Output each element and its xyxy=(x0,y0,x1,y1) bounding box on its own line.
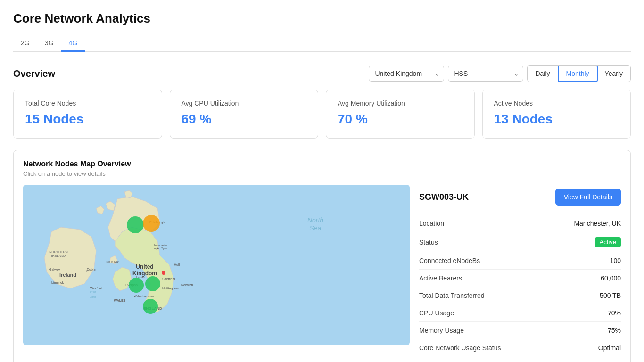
details-header: SGW003-UK View Full Details xyxy=(419,189,621,206)
svg-text:upon Tyne: upon Tyne xyxy=(154,247,168,250)
map-node-green-2[interactable] xyxy=(129,278,144,293)
detail-val-location: Manchester, UK xyxy=(574,220,621,227)
detail-key-bearers: Active Bearers xyxy=(419,274,462,282)
detail-key-cpu: CPU Usage xyxy=(419,309,454,317)
svg-text:Hull: Hull xyxy=(174,263,180,266)
svg-point-5 xyxy=(86,271,88,272)
monthly-button[interactable]: Monthly xyxy=(558,65,598,82)
node-id: SGW003-UK xyxy=(419,192,469,202)
detail-row-cpu: CPU Usage 70% xyxy=(419,304,621,322)
metric-cpu-value: 69 % xyxy=(182,112,307,127)
details-panel: SGW003-UK View Full Details Location Man… xyxy=(419,185,621,360)
map-container[interactable]: NORTHERN IRELAND Ireland Dublin Galway L… xyxy=(23,185,410,345)
status-badge: Active xyxy=(595,237,621,247)
metric-memory: Avg Memory Utilization 70 % xyxy=(326,90,475,139)
tab-3g[interactable]: 3G xyxy=(37,35,61,52)
svg-text:Sheffield: Sheffield xyxy=(162,277,175,280)
overview-controls: United Kingdom Germany France USA HSS MM… xyxy=(369,65,631,82)
service-select-wrapper: HSS MME SGW PGW xyxy=(448,66,523,82)
svg-text:United: United xyxy=(136,263,153,270)
detail-val-bearers: 60,000 xyxy=(601,274,621,282)
yearly-button[interactable]: Yearly xyxy=(597,66,630,82)
map-svg: NORTHERN IRELAND Ireland Dublin Galway L… xyxy=(23,185,410,345)
svg-text:Sea: Sea xyxy=(90,295,96,298)
daily-button[interactable]: Daily xyxy=(528,66,558,82)
page-title: Core Network Analytics xyxy=(13,11,631,26)
map-section-title: Network Nodes Map Overview xyxy=(23,160,621,168)
view-full-details-button[interactable]: View Full Details xyxy=(555,189,621,206)
metric-active-nodes: Active Nodes 13 Nodes xyxy=(482,90,631,139)
svg-text:Ireland: Ireland xyxy=(59,272,76,278)
country-select-wrapper: United Kingdom Germany France USA xyxy=(369,66,444,82)
metric-active-nodes-label: Active Nodes xyxy=(494,99,619,107)
map-node-green-3[interactable] xyxy=(145,276,160,291)
svg-text:Newcastle: Newcastle xyxy=(154,244,167,247)
metric-total-nodes-label: Total Core Nodes xyxy=(25,99,150,107)
svg-text:WALES: WALES xyxy=(114,299,126,302)
detail-key-status: Status xyxy=(419,239,438,246)
overview-header: Overview United Kingdom Germany France U… xyxy=(13,65,631,82)
metric-total-nodes-value: 15 Nodes xyxy=(25,112,150,127)
map-node-green-4[interactable] xyxy=(143,299,158,314)
svg-point-16 xyxy=(157,248,158,249)
detail-val-cpu: 70% xyxy=(608,309,621,317)
map-node-red[interactable] xyxy=(162,271,165,275)
map-node-orange[interactable] xyxy=(143,215,160,232)
detail-key-data-transferred: Total Data Transferred xyxy=(419,292,485,299)
svg-text:IRELAND: IRELAND xyxy=(51,254,66,257)
page-container: Core Network Analytics 2G 3G 4G Overview… xyxy=(0,0,644,362)
detail-key-enodebs: Connected eNodeBs xyxy=(419,257,480,264)
detail-row-enodebs: Connected eNodeBs 100 xyxy=(419,252,621,270)
detail-row-memory: Memory Usage 75% xyxy=(419,322,621,339)
svg-text:Wolverhampton: Wolverhampton xyxy=(134,295,154,297)
detail-key-usage-status: Core Network Usage Status xyxy=(419,344,501,352)
country-select[interactable]: United Kingdom Germany France USA xyxy=(369,66,444,82)
detail-row-data-transferred: Total Data Transferred 500 TB xyxy=(419,287,621,304)
detail-val-usage-status: Optimal xyxy=(598,344,621,352)
metric-memory-label: Avg Memory Utilization xyxy=(338,99,463,107)
metric-memory-value: 70 % xyxy=(338,112,463,127)
detail-val-data-transferred: 500 TB xyxy=(600,292,621,299)
svg-text:NORTHERN: NORTHERN xyxy=(49,250,68,254)
metrics-grid: Total Core Nodes 15 Nodes Avg CPU Utiliz… xyxy=(13,90,631,139)
detail-row-location: Location Manchester, UK xyxy=(419,215,621,232)
detail-key-location: Location xyxy=(419,220,444,227)
svg-text:Norwich: Norwich xyxy=(181,283,193,287)
map-section-subtitle: Click on a node to view details xyxy=(23,170,621,177)
service-select[interactable]: HSS MME SGW PGW xyxy=(448,66,523,82)
map-content: NORTHERN IRELAND Ireland Dublin Galway L… xyxy=(23,185,621,360)
svg-text:Isle of Man: Isle of Man xyxy=(106,260,119,263)
metric-total-nodes: Total Core Nodes 15 Nodes xyxy=(13,90,162,139)
overview-title: Overview xyxy=(13,68,55,79)
svg-text:Limerick: Limerick xyxy=(51,281,64,284)
metric-cpu-label: Avg CPU Utilization xyxy=(182,99,307,107)
map-node-green-1[interactable] xyxy=(127,216,144,233)
tab-2g[interactable]: 2G xyxy=(13,35,37,52)
svg-text:Dublin: Dublin xyxy=(87,268,96,271)
detail-row-usage-status: Core Network Usage Status Optimal xyxy=(419,339,621,356)
map-section: Network Nodes Map Overview Click on a no… xyxy=(13,150,631,362)
time-button-group: Daily Monthly Yearly xyxy=(527,65,631,82)
detail-row-status: Status Active xyxy=(419,232,621,252)
svg-text:Galway: Galway xyxy=(49,268,60,272)
detail-val-memory: 75% xyxy=(608,327,621,334)
svg-text:North: North xyxy=(307,216,323,224)
tab-4g[interactable]: 4G xyxy=(61,35,85,52)
svg-text:Sea: Sea xyxy=(310,224,322,232)
detail-val-enodebs: 100 xyxy=(610,257,621,264)
detail-rows: Location Manchester, UK Status Active Co… xyxy=(419,215,621,356)
svg-text:Wexford: Wexford xyxy=(90,287,102,290)
detail-key-memory: Memory Usage xyxy=(419,327,464,334)
metric-active-nodes-value: 13 Nodes xyxy=(494,112,619,127)
metric-cpu: Avg CPU Utilization 69 % xyxy=(170,90,319,139)
network-tabs: 2G 3G 4G xyxy=(13,35,631,52)
svg-text:Nottingham: Nottingham xyxy=(162,287,179,290)
svg-text:Irish: Irish xyxy=(90,290,96,294)
detail-row-bearers: Active Bearers 60,000 xyxy=(419,270,621,287)
